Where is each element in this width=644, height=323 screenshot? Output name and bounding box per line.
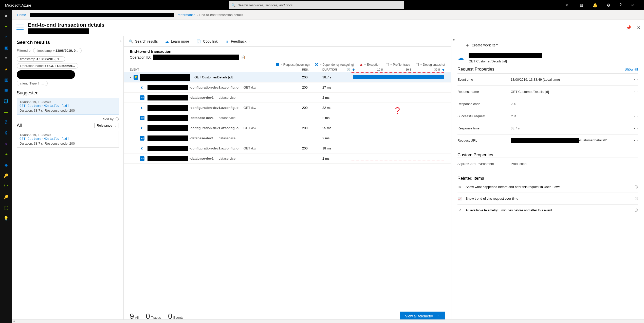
global-search-box[interactable]: 🔍 Search resources, services, and docs (229, 1, 404, 9)
pin-button[interactable]: 📌 (626, 25, 631, 30)
more-actions-icon[interactable]: ⋯ (634, 161, 638, 166)
feedback-button[interactable]: ☺Feedback ⌄ (225, 39, 251, 43)
filter-icon-right[interactable]: ▼ (441, 68, 445, 72)
keyvault-key2-icon[interactable]: 🔑 (3, 194, 9, 200)
filter-pill[interactable]: client_Type != ... (17, 81, 48, 86)
brand-label: Microsoft Azure (0, 3, 36, 7)
search-results-button[interactable]: 🔍Search results (129, 39, 158, 43)
sort-by-label: Sort by (103, 117, 114, 121)
dashboard-icon[interactable]: ▣ (3, 45, 9, 51)
clock-icon[interactable]: 🕘 (347, 68, 350, 71)
search-placeholder: Search resources, services, and docs (237, 3, 292, 7)
favorites-star-icon[interactable]: ★ (3, 66, 9, 72)
notifications-icon[interactable]: 🔔 (593, 3, 598, 8)
keyvault-key1-icon[interactable]: 🔑 (3, 173, 9, 179)
learn-more-button[interactable]: ☁Learn more (165, 39, 189, 43)
more-actions-icon[interactable]: ⋯ (634, 138, 638, 143)
azure-config-icon: ◐ (140, 85, 144, 90)
cloud-shell-icon[interactable]: >_ (566, 3, 571, 8)
more-actions-icon[interactable]: ⋯ (634, 126, 638, 131)
filtered-on-label: Filtered on (17, 49, 32, 53)
exception-legend-icon (360, 63, 363, 66)
vnet-icon[interactable]: ◆ (3, 162, 9, 168)
request-identifier: GET Customer/Details [id] (469, 59, 542, 63)
sort-info-icon[interactable]: ⓘ (116, 117, 119, 121)
service-name-redacted (469, 53, 542, 58)
property-row: Request nameGET Customer/Details [id]⋯ (457, 86, 638, 98)
sql-icon: sql (140, 136, 144, 141)
create-work-item-button[interactable]: ＋ Create work item (465, 42, 638, 48)
related-item-row[interactable]: ⇆Show what happened before and after thi… (457, 181, 638, 193)
search-results-panel: « Search results Filtered on timestamp >… (12, 36, 124, 323)
result-card[interactable]: 13/08/2019, 13:33:49 GET Customer/Detail… (17, 98, 119, 115)
result-card[interactable]: 13/08/2019, 13:33:49 GET Customer/Detail… (17, 131, 119, 148)
transaction-document-icon (16, 23, 24, 33)
filter-pill[interactable]: Operation name == GET Customer... (17, 63, 78, 69)
host-prefix-redacted (148, 115, 188, 121)
copy-icon: 📄 (197, 39, 201, 43)
related-item-row[interactable]: 📈Show trend of this request over timeⓘ (457, 193, 638, 204)
azure-config-icon: ◐ (140, 126, 144, 130)
transaction-title: End-to-end transaction (130, 49, 445, 54)
function-icon[interactable]: ✦ (3, 151, 9, 157)
resource-groups-icon[interactable]: ▥ (3, 77, 9, 83)
breadcrumb-resource-redacted (30, 13, 174, 17)
dependency-legend-icon (315, 63, 318, 66)
horizontal-scrollbar[interactable]: ◂ (12, 319, 644, 323)
help-icon[interactable]: ? (619, 3, 622, 8)
top-bar: Microsoft Azure 🔍 Search resources, serv… (0, 0, 644, 10)
grid-header: EVENT RES. DURATION 🕘 ▼ 0 10 S 20 S 30 S… (124, 67, 451, 72)
show-all-link[interactable]: Show all (624, 67, 638, 71)
all-resources-icon[interactable]: ▦ (3, 87, 9, 93)
sql-icon: sql (140, 95, 144, 100)
copy-link-button[interactable]: 📄Copy link (197, 39, 218, 43)
expand-properties-button[interactable]: » (453, 38, 455, 42)
add-resource-icon[interactable]: ＋ (3, 23, 9, 29)
all-services-icon[interactable]: ≡ (3, 55, 9, 61)
page-subtitle-redacted (28, 28, 89, 34)
breadcrumb-performance[interactable]: - Performance (174, 13, 195, 17)
breadcrumb-home[interactable]: Home (17, 13, 26, 17)
cosmos-icon[interactable]: ◈ (3, 141, 9, 147)
home-icon[interactable]: ⌂ (3, 34, 9, 40)
more-actions-icon[interactable]: ⋯ (634, 114, 638, 118)
info-icon[interactable]: ⓘ (635, 208, 638, 213)
azure-config-icon: ◐ (140, 146, 144, 151)
feedback-icon[interactable]: ☺ (631, 3, 635, 8)
security-icon[interactable]: 🛡 (3, 183, 9, 189)
transaction-main-row[interactable]: ▾ 💡 GET Customer/Details [id] 200 38.7 s… (124, 72, 451, 82)
sql-db-icon[interactable]: 🛢 (3, 119, 9, 125)
more-actions-icon[interactable]: ⋯ (634, 101, 638, 106)
copy-opid-icon[interactable]: 📋 (241, 55, 245, 59)
filter-pill[interactable]: timestamp > 13/08/2019, 0... (33, 48, 82, 53)
info-icon[interactable]: ⓘ (635, 185, 638, 189)
all-section-title: All (17, 123, 22, 128)
profiler-legend-icon (386, 63, 389, 66)
collapse-panel-button[interactable]: « (119, 39, 121, 43)
related-items-title: Related Items (457, 176, 638, 181)
info-icon[interactable]: ⓘ (635, 196, 638, 201)
directory-filter-icon[interactable]: ▦ (580, 3, 583, 8)
url-prefix-redacted (511, 138, 579, 143)
app-insights-icon[interactable]: 💡 (3, 215, 9, 221)
storage-icon[interactable]: ▬ (3, 109, 9, 115)
related-item-row[interactable]: ↗All available telemetry 5 minutes befor… (457, 204, 638, 216)
top-icons: >_ ▦ 🔔 ⚙ ? ☺ (557, 3, 644, 8)
expand-nav-button[interactable]: » (3, 13, 9, 19)
request-legend-icon (276, 63, 279, 66)
sql-server-icon[interactable]: 🛢 (3, 130, 9, 136)
filter-pill-redacted[interactable] (17, 70, 75, 79)
chevron-down-icon[interactable]: ▾ (130, 76, 131, 79)
sql-icon: sql (140, 156, 144, 161)
left-nav: » ＋ ⌂ ▣ ≡ ★ ▥ ▦ 🌐 ▬ 🛢 🛢 ◈ ✦ ◆ 🔑 🛡 🔑 ◯ 💡 (0, 10, 12, 323)
filter-pill[interactable]: timestamp < 13/08/2019, 1... (17, 56, 65, 62)
more-actions-icon[interactable]: ⋯ (634, 89, 638, 94)
settings-icon[interactable]: ⚙ (607, 3, 610, 8)
close-button[interactable]: ✕ (637, 25, 640, 30)
advisor-icon[interactable]: ◯ (3, 205, 9, 211)
more-actions-icon[interactable]: ⋯ (634, 77, 638, 82)
search-results-title: Search results (17, 40, 119, 45)
app-services-icon[interactable]: 🌐 (3, 98, 9, 104)
host-prefix-redacted (148, 156, 188, 161)
sort-select[interactable]: Relevance ⌄ (95, 123, 119, 128)
